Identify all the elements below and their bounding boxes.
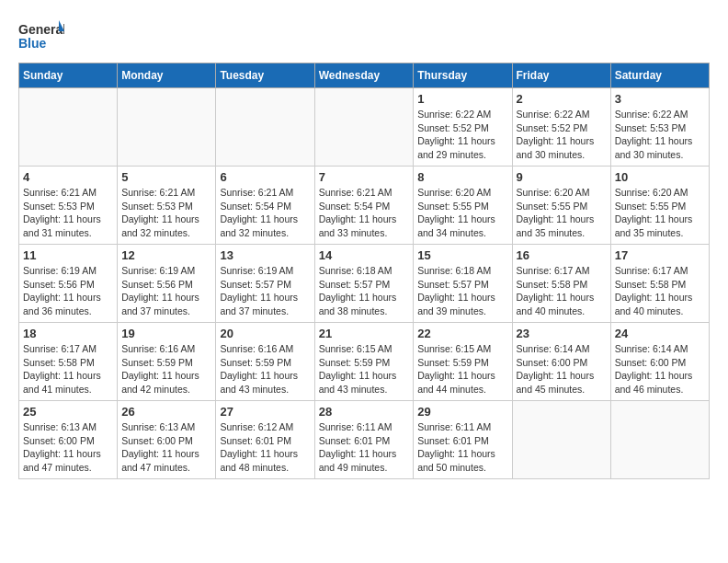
day-info: Sunrise: 6:11 AMSunset: 6:01 PMDaylight:… — [417, 420, 507, 475]
day-info: Sunrise: 6:20 AMSunset: 5:55 PMDaylight:… — [417, 186, 507, 240]
calendar-cell: 24Sunrise: 6:14 AMSunset: 6:00 PMDayligh… — [610, 323, 709, 401]
calendar-cell: 22Sunrise: 6:15 AMSunset: 5:59 PMDayligh… — [414, 323, 512, 401]
day-number: 12 — [121, 248, 211, 262]
day-number: 8 — [417, 170, 507, 184]
calendar-cell — [512, 401, 610, 479]
calendar-cell: 28Sunrise: 6:11 AMSunset: 6:01 PMDayligh… — [314, 401, 414, 479]
calendar-cell: 8Sunrise: 6:20 AMSunset: 5:55 PMDaylight… — [414, 167, 512, 245]
calendar-cell: 6Sunrise: 6:21 AMSunset: 5:54 PMDaylight… — [216, 167, 314, 245]
calendar-cell — [216, 88, 314, 167]
day-number: 5 — [121, 170, 211, 184]
calendar-cell: 23Sunrise: 6:14 AMSunset: 6:00 PMDayligh… — [512, 323, 610, 401]
calendar-cell: 13Sunrise: 6:19 AMSunset: 5:57 PMDayligh… — [216, 245, 314, 323]
day-info: Sunrise: 6:19 AMSunset: 5:56 PMDaylight:… — [23, 264, 113, 318]
day-number: 2 — [517, 92, 607, 106]
calendar-cell: 18Sunrise: 6:17 AMSunset: 5:58 PMDayligh… — [19, 323, 118, 401]
logo-svg: General Blue — [18, 18, 64, 53]
day-number: 26 — [121, 405, 211, 419]
calendar-cell: 21Sunrise: 6:15 AMSunset: 5:59 PMDayligh… — [314, 323, 414, 401]
calendar-cell: 27Sunrise: 6:12 AMSunset: 6:01 PMDayligh… — [216, 401, 314, 479]
calendar-cell: 17Sunrise: 6:17 AMSunset: 5:58 PMDayligh… — [610, 245, 709, 323]
day-info: Sunrise: 6:17 AMSunset: 5:58 PMDaylight:… — [615, 264, 705, 318]
day-number: 4 — [23, 170, 113, 184]
week-row-2: 4Sunrise: 6:21 AMSunset: 5:53 PMDaylight… — [19, 167, 710, 245]
day-info: Sunrise: 6:17 AMSunset: 5:58 PMDaylight:… — [23, 342, 113, 396]
weekday-header-sunday: Sunday — [19, 63, 118, 88]
day-info: Sunrise: 6:20 AMSunset: 5:55 PMDaylight:… — [615, 186, 705, 240]
day-info: Sunrise: 6:21 AMSunset: 5:53 PMDaylight:… — [23, 186, 113, 240]
calendar-cell — [118, 88, 216, 167]
day-number: 28 — [319, 405, 410, 419]
calendar-cell: 1Sunrise: 6:22 AMSunset: 5:52 PMDaylight… — [414, 88, 512, 167]
day-info: Sunrise: 6:13 AMSunset: 6:00 PMDaylight:… — [121, 420, 211, 475]
day-info: Sunrise: 6:15 AMSunset: 5:59 PMDaylight:… — [417, 342, 507, 396]
day-number: 1 — [417, 92, 507, 106]
day-info: Sunrise: 6:19 AMSunset: 5:56 PMDaylight:… — [121, 264, 211, 318]
day-info: Sunrise: 6:14 AMSunset: 6:00 PMDaylight:… — [615, 342, 705, 396]
day-info: Sunrise: 6:13 AMSunset: 6:00 PMDaylight:… — [23, 420, 113, 475]
calendar-cell: 11Sunrise: 6:19 AMSunset: 5:56 PMDayligh… — [19, 245, 118, 323]
day-number: 25 — [23, 405, 113, 419]
day-number: 29 — [417, 405, 507, 419]
calendar-cell: 5Sunrise: 6:21 AMSunset: 5:53 PMDaylight… — [118, 167, 216, 245]
svg-text:Blue: Blue — [18, 36, 47, 51]
day-info: Sunrise: 6:21 AMSunset: 5:54 PMDaylight:… — [220, 186, 310, 240]
weekday-header-monday: Monday — [118, 63, 216, 88]
day-number: 7 — [319, 170, 410, 184]
day-number: 14 — [319, 248, 410, 262]
calendar-cell: 7Sunrise: 6:21 AMSunset: 5:54 PMDaylight… — [314, 167, 414, 245]
calendar-cell: 9Sunrise: 6:20 AMSunset: 5:55 PMDaylight… — [512, 167, 610, 245]
day-number: 13 — [220, 248, 310, 262]
day-info: Sunrise: 6:22 AMSunset: 5:53 PMDaylight:… — [615, 108, 705, 162]
calendar-cell: 10Sunrise: 6:20 AMSunset: 5:55 PMDayligh… — [610, 167, 709, 245]
calendar-cell: 16Sunrise: 6:17 AMSunset: 5:58 PMDayligh… — [512, 245, 610, 323]
weekday-header-thursday: Thursday — [414, 63, 512, 88]
day-info: Sunrise: 6:12 AMSunset: 6:01 PMDaylight:… — [220, 420, 310, 475]
day-info: Sunrise: 6:21 AMSunset: 5:53 PMDaylight:… — [121, 186, 211, 240]
calendar-cell: 2Sunrise: 6:22 AMSunset: 5:52 PMDaylight… — [512, 88, 610, 167]
calendar-cell: 12Sunrise: 6:19 AMSunset: 5:56 PMDayligh… — [118, 245, 216, 323]
day-number: 15 — [417, 248, 507, 262]
weekday-header-friday: Friday — [512, 63, 610, 88]
day-number: 17 — [615, 248, 705, 262]
day-info: Sunrise: 6:16 AMSunset: 5:59 PMDaylight:… — [121, 342, 211, 396]
calendar-cell: 4Sunrise: 6:21 AMSunset: 5:53 PMDaylight… — [19, 167, 118, 245]
day-number: 22 — [417, 327, 507, 340]
day-number: 23 — [517, 327, 607, 340]
week-row-4: 18Sunrise: 6:17 AMSunset: 5:58 PMDayligh… — [19, 323, 710, 401]
calendar-cell: 29Sunrise: 6:11 AMSunset: 6:01 PMDayligh… — [414, 401, 512, 479]
day-number: 16 — [517, 248, 607, 262]
calendar-cell: 25Sunrise: 6:13 AMSunset: 6:00 PMDayligh… — [19, 401, 118, 479]
day-info: Sunrise: 6:22 AMSunset: 5:52 PMDaylight:… — [517, 108, 607, 162]
day-info: Sunrise: 6:11 AMSunset: 6:01 PMDaylight:… — [319, 420, 410, 475]
day-info: Sunrise: 6:16 AMSunset: 5:59 PMDaylight:… — [220, 342, 310, 396]
week-row-3: 11Sunrise: 6:19 AMSunset: 5:56 PMDayligh… — [19, 245, 710, 323]
calendar-cell — [610, 401, 709, 479]
calendar-cell: 15Sunrise: 6:18 AMSunset: 5:57 PMDayligh… — [414, 245, 512, 323]
header: General Blue — [18, 18, 710, 53]
day-info: Sunrise: 6:15 AMSunset: 5:59 PMDaylight:… — [319, 342, 410, 396]
day-number: 20 — [220, 327, 310, 340]
day-info: Sunrise: 6:18 AMSunset: 5:57 PMDaylight:… — [417, 264, 507, 318]
day-number: 6 — [220, 170, 310, 184]
day-number: 27 — [220, 405, 310, 419]
logo: General Blue — [18, 18, 64, 53]
day-info: Sunrise: 6:21 AMSunset: 5:54 PMDaylight:… — [319, 186, 410, 240]
weekday-header-tuesday: Tuesday — [216, 63, 314, 88]
calendar-cell: 14Sunrise: 6:18 AMSunset: 5:57 PMDayligh… — [314, 245, 414, 323]
day-info: Sunrise: 6:17 AMSunset: 5:58 PMDaylight:… — [517, 264, 607, 318]
week-row-5: 25Sunrise: 6:13 AMSunset: 6:00 PMDayligh… — [19, 401, 710, 479]
day-number: 11 — [23, 248, 113, 262]
calendar-cell: 3Sunrise: 6:22 AMSunset: 5:53 PMDaylight… — [610, 88, 709, 167]
day-info: Sunrise: 6:18 AMSunset: 5:57 PMDaylight:… — [319, 264, 410, 318]
day-number: 18 — [23, 327, 113, 340]
day-number: 19 — [121, 327, 211, 340]
calendar-cell: 26Sunrise: 6:13 AMSunset: 6:00 PMDayligh… — [118, 401, 216, 479]
weekday-header-row: SundayMondayTuesdayWednesdayThursdayFrid… — [19, 63, 710, 88]
day-number: 24 — [615, 327, 705, 340]
svg-text:General: General — [18, 22, 64, 37]
day-info: Sunrise: 6:20 AMSunset: 5:55 PMDaylight:… — [517, 186, 607, 240]
calendar-cell: 20Sunrise: 6:16 AMSunset: 5:59 PMDayligh… — [216, 323, 314, 401]
day-info: Sunrise: 6:22 AMSunset: 5:52 PMDaylight:… — [417, 108, 507, 162]
day-number: 9 — [517, 170, 607, 184]
